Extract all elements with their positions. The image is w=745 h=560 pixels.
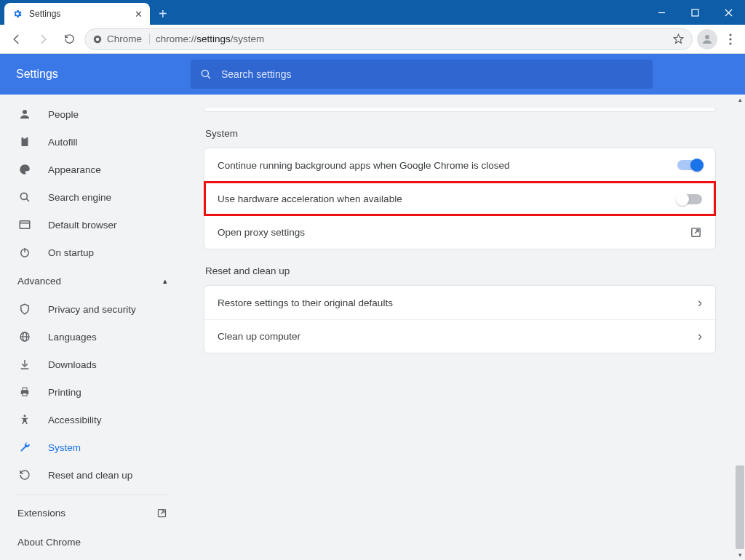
row-hardware-acceleration[interactable]: Use hardware acceleration when available [204, 182, 715, 215]
search-icon [199, 68, 212, 81]
svg-point-7 [705, 35, 709, 39]
svg-rect-15 [23, 137, 27, 139]
chevron-up-icon: ▴ [163, 276, 167, 286]
row-label: Open proxy settings [218, 227, 305, 238]
search-icon [17, 191, 32, 204]
sidebar-item-downloads[interactable]: Downloads [0, 351, 182, 378]
window-close-button[interactable] [712, 0, 745, 25]
sidebar-advanced-label: Advanced [17, 276, 61, 287]
site-chip-label: Chrome [107, 33, 142, 44]
sidebar-item-label: People [48, 109, 79, 120]
main-panel: System Continue running background apps … [182, 95, 745, 560]
sidebar-item-autofill[interactable]: Autofill [0, 128, 182, 156]
svg-line-12 [207, 76, 210, 79]
row-label: Restore settings to their original defau… [218, 297, 393, 308]
svg-rect-29 [23, 393, 27, 396]
external-link-icon [690, 226, 702, 239]
sidebar-item-accessibility[interactable]: Accessibility [0, 406, 182, 433]
sidebar-item-system[interactable]: System [0, 433, 182, 461]
bookmark-star-icon[interactable] [672, 33, 685, 45]
maximize-button[interactable] [678, 0, 712, 25]
settings-header: Settings [0, 54, 745, 95]
sidebar-item-reset[interactable]: Reset and clean up [0, 461, 182, 489]
row-restore-defaults[interactable]: Restore settings to their original defau… [204, 286, 715, 319]
settings-search[interactable] [191, 60, 653, 89]
sidebar-item-label: Extensions [17, 508, 65, 519]
svg-rect-28 [23, 388, 27, 391]
kebab-menu-button[interactable] [722, 33, 739, 45]
wrench-icon [17, 441, 32, 454]
browser-icon [17, 218, 32, 231]
chevron-right-icon [698, 329, 702, 344]
row-label: Continue running background apps when Go… [218, 160, 510, 171]
sidebar: People Autofill Appearance Search engine… [0, 95, 182, 560]
svg-point-13 [23, 110, 27, 114]
sidebar-item-label: Appearance [48, 164, 101, 175]
row-label: Clean up computer [218, 331, 300, 342]
address-bar[interactable]: Chrome chrome://settings/system [84, 28, 693, 50]
prev-card-clip [204, 108, 716, 112]
window-controls [645, 0, 745, 25]
card-system: Continue running background apps when Go… [204, 148, 716, 249]
sidebar-item-default-browser[interactable]: Default browser [0, 211, 182, 239]
sidebar-item-languages[interactable]: Languages [0, 323, 182, 351]
svg-point-10 [729, 42, 731, 44]
browser-tab-settings[interactable]: Settings ✕ [4, 3, 150, 25]
external-link-icon [156, 508, 167, 519]
gear-icon [12, 8, 23, 20]
sidebar-item-label: Languages [48, 332, 97, 343]
sidebar-item-about[interactable]: About Chrome [0, 527, 182, 556]
divider [15, 495, 169, 495]
row-clean-up-computer[interactable]: Clean up computer [204, 319, 715, 353]
row-proxy-settings[interactable]: Open proxy settings [204, 215, 715, 249]
close-icon[interactable]: ✕ [132, 9, 144, 20]
forward-button[interactable] [32, 28, 54, 50]
sidebar-item-label: Reset and clean up [48, 470, 132, 481]
row-background-apps[interactable]: Continue running background apps when Go… [204, 148, 715, 182]
sidebar-item-on-startup[interactable]: On startup [0, 239, 182, 266]
shield-icon [17, 303, 32, 316]
sidebar-item-label: Search engine [48, 192, 111, 203]
clipboard-icon [17, 135, 32, 148]
sidebar-item-label: Autofill [48, 137, 78, 148]
tab-title: Settings [29, 9, 132, 19]
settings-search-input[interactable] [221, 68, 644, 80]
scroll-up-arrow-icon[interactable]: ▴ [735, 95, 745, 105]
svg-point-8 [729, 33, 731, 36]
svg-point-16 [20, 193, 27, 199]
sidebar-item-extensions[interactable]: Extensions [0, 498, 182, 527]
toggle-hardware-acceleration[interactable] [677, 194, 702, 204]
sidebar-item-people[interactable]: People [0, 100, 182, 128]
back-button[interactable] [6, 28, 28, 50]
palette-icon [17, 163, 32, 176]
card-reset: Restore settings to their original defau… [204, 285, 716, 353]
vertical-scrollbar[interactable]: ▴ ▾ [735, 95, 745, 560]
sidebar-item-printing[interactable]: Printing [0, 378, 182, 406]
power-icon [17, 246, 32, 259]
printer-icon [17, 385, 32, 399]
row-label: Use hardware acceleration when available [218, 193, 402, 204]
profile-avatar-button[interactable] [697, 29, 717, 49]
reload-button[interactable] [58, 28, 80, 50]
toggle-background-apps[interactable] [677, 160, 702, 170]
svg-line-17 [26, 199, 29, 201]
minimize-button[interactable] [645, 0, 678, 25]
content-area: People Autofill Appearance Search engine… [0, 95, 745, 560]
sidebar-item-privacy[interactable]: Privacy and security [0, 295, 182, 323]
svg-marker-6 [674, 34, 683, 43]
page-title: Settings [16, 68, 191, 81]
sidebar-item-search-engine[interactable]: Search engine [0, 183, 182, 211]
sidebar-item-appearance[interactable]: Appearance [0, 156, 182, 183]
section-title-system: System [205, 128, 716, 139]
new-tab-button[interactable]: + [150, 3, 176, 25]
scrollbar-thumb[interactable] [736, 465, 744, 549]
sidebar-item-label: Downloads [48, 359, 97, 370]
sidebar-item-label: System [48, 442, 81, 453]
svg-point-9 [729, 38, 731, 40]
window-titlebar: Settings ✕ + [0, 0, 745, 25]
site-chip: Chrome [92, 33, 150, 44]
scroll-down-arrow-icon[interactable]: ▾ [735, 550, 745, 560]
svg-point-11 [202, 70, 208, 76]
sidebar-advanced-toggle[interactable]: Advanced ▴ [0, 266, 182, 295]
person-icon [17, 108, 32, 121]
